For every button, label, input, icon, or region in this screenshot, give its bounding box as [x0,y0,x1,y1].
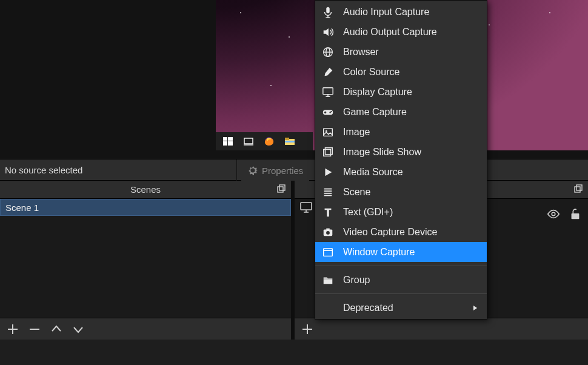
svg-rect-1 [228,137,233,141]
svg-rect-2 [223,141,227,146]
menu-item-browser[interactable]: Browser [315,42,487,62]
menu-item-scene-source[interactable]: Scene [315,182,487,202]
lock-icon[interactable] [569,207,582,221]
panels-row: Scenes Scene 1 Sources [0,181,588,340]
svg-rect-41 [324,149,331,156]
svg-rect-11 [279,185,285,190]
svg-point-47 [326,231,330,235]
captured-taskbar [216,132,313,150]
remove-scene-button[interactable] [27,321,42,337]
svg-rect-38 [324,128,333,136]
menu-item-label: Deprecated [343,303,393,313]
svg-rect-49 [324,248,333,256]
globe-icon [321,45,335,59]
file-explorer-icon [284,135,296,147]
scenes-title: Scenes [130,184,161,195]
menu-item-window-capture[interactable]: Window Capture [315,242,487,262]
menu-item-label: Video Capture Device [343,227,437,238]
separator [236,159,237,181]
svg-rect-48 [326,228,329,230]
menu-item-label: Color Source [343,67,399,78]
camera-icon [321,226,335,239]
speaker-icon [321,25,335,39]
taskview-icon [242,135,255,147]
submenu-arrow-icon [472,305,478,311]
gear-icon [247,165,258,176]
add-source-context-menu[interactable]: Audio Input CaptureAudio Output CaptureB… [315,0,487,320]
svg-rect-16 [576,185,582,190]
scenes-header[interactable]: Scenes [0,181,291,199]
no-source-label: No source selected [0,165,82,175]
scenes-toolbar [0,318,291,340]
mic-icon [321,5,335,19]
menu-item-label: Image [343,127,370,138]
menu-item-color-source[interactable]: Color Source [315,62,487,82]
menu-separator [315,266,487,266]
move-scene-up-button[interactable] [48,321,64,337]
menu-item-media-source[interactable]: Media Source [315,162,487,182]
menu-item-label: Window Capture [343,247,415,258]
scenes-list[interactable]: Scene 1 [0,199,291,318]
svg-point-22 [552,212,555,216]
svg-rect-10 [278,187,283,192]
status-bar: No source selected Properties [0,159,588,181]
menu-item-label: Image Slide Show [343,147,421,158]
menu-item-text-gdi[interactable]: Text (GDI+) [315,202,487,222]
menu-separator [315,293,487,294]
menu-item-label: Audio Input Capture [343,7,429,18]
svg-rect-15 [575,187,580,192]
svg-rect-24 [326,7,329,13]
menu-item-audio-input-capture[interactable]: Audio Input Capture [315,2,487,22]
svg-rect-4 [244,138,253,144]
play-icon [321,166,335,179]
svg-point-35 [330,110,332,112]
sources-toolbar [295,318,588,340]
menu-item-label: Text (GDI+) [343,207,393,218]
menu-item-deprecated[interactable]: Deprecated [315,298,487,318]
monitor-icon [321,85,335,99]
windows-start-icon [222,135,234,147]
menu-item-audio-output-capture[interactable]: Audio Output Capture [315,22,487,42]
menu-item-group[interactable]: Group [315,270,487,290]
list-icon [321,186,335,199]
svg-rect-8 [285,138,289,140]
move-scene-down-button[interactable] [70,321,86,337]
scenes-panel: Scenes Scene 1 [0,181,291,340]
svg-rect-3 [228,141,233,146]
popout-icon[interactable] [276,184,287,195]
svg-rect-17 [301,203,312,210]
window-icon [321,246,335,259]
firefox-icon [263,135,275,147]
svg-rect-9 [285,141,295,142]
menu-item-video-capture-device[interactable]: Video Capture Device [315,222,487,242]
scene-item[interactable]: Scene 1 [0,199,291,216]
monitor-icon [299,201,313,214]
menu-item-label: Audio Output Capture [343,27,437,38]
preview-area [0,0,588,159]
folder-icon [321,273,335,287]
menu-item-label: Scene [343,187,370,198]
svg-rect-0 [223,137,227,141]
svg-rect-23 [572,213,580,219]
text-icon [321,206,335,219]
menu-item-display-capture[interactable]: Display Capture [315,82,487,102]
menu-item-label: Media Source [343,167,403,178]
menu-item-image[interactable]: Image [315,122,487,142]
menu-item-image-slide-show[interactable]: Image Slide Show [315,142,487,162]
add-scene-button[interactable] [5,321,21,337]
menu-item-label: Game Capture [343,107,407,118]
menu-item-label: Display Capture [343,87,412,98]
svg-rect-40 [325,147,332,154]
menu-item-game-capture[interactable]: Game Capture [315,102,487,122]
svg-rect-51 [324,278,333,280]
gamepad-icon [321,105,335,119]
properties-button[interactable]: Properties [241,159,309,181]
properties-label: Properties [262,166,303,176]
add-source-button[interactable] [299,321,315,337]
source-visibility-controls [547,207,582,221]
popout-icon[interactable] [573,184,584,195]
stack-icon [321,146,335,159]
scene-item-label: Scene 1 [5,203,39,213]
eye-icon[interactable] [547,207,560,221]
menu-item-label: Browser [343,47,379,58]
